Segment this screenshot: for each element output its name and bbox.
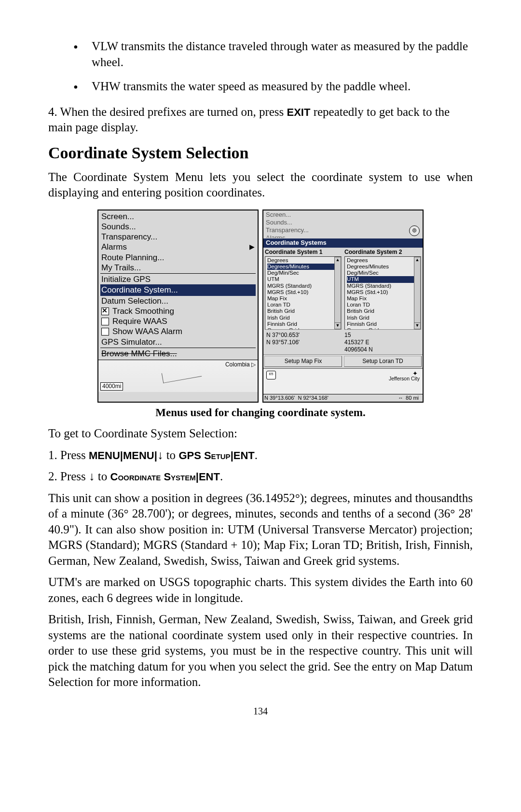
menu-item-screen[interactable]: Screen... — [100, 211, 256, 222]
menu-item-route-planning[interactable]: Route Planning... — [100, 252, 256, 263]
status-bar: N 39°13.606' N 92°34.168' ↔ 80 mi — [263, 394, 423, 402]
section-heading: Coordinate System Selection — [48, 142, 473, 164]
list-item[interactable]: MGRS (Std.+10) — [267, 289, 334, 295]
coordinate-system-1-list[interactable]: ▲ ▼ Degrees Degrees/Minutes Deg/Min/Sec … — [265, 256, 342, 330]
list-item[interactable]: Finnish Grid — [267, 321, 334, 327]
to-get-text: To get to Coordinate System Selection: — [48, 426, 473, 442]
scroll-down-icon[interactable]: ▼ — [414, 322, 421, 329]
map-scale: 4000mi — [100, 382, 123, 391]
menu-item-initialize-gps[interactable]: Initialize GPS — [100, 274, 256, 284]
menu-item-sounds[interactable]: Sounds... — [100, 222, 256, 232]
checkbox-icon[interactable] — [101, 328, 109, 336]
list-item[interactable]: British Grid — [347, 308, 414, 314]
menu-item-track-smoothing[interactable]: Track Smoothing — [100, 306, 256, 316]
key-menu: MENU — [89, 449, 120, 462]
scroll-up-icon[interactable]: ▲ — [334, 257, 341, 264]
figure-caption: Menus used for changing coordinate syste… — [48, 406, 473, 420]
list-item[interactable]: UTM — [267, 276, 334, 282]
scroll-down-icon[interactable]: ▼ — [334, 322, 341, 329]
list-item[interactable]: British Grid — [267, 308, 334, 314]
figure-row: Screen... Sounds... Transparency... Alar… — [48, 210, 473, 403]
list-item[interactable]: Degrees/Minutes — [347, 264, 414, 270]
menu-item-coordinate-system[interactable]: Coordinate System... — [100, 284, 256, 295]
body-paragraph: UTM's are marked on USGS topographic cha… — [48, 574, 473, 606]
highway-shield-icon: 65 — [266, 371, 276, 379]
bullet-list: VLW transmits the distance traveled thro… — [48, 39, 473, 95]
key-ent: ENT — [199, 471, 220, 483]
faded-menu: Screen... Sounds... Transparency... Alar… — [263, 210, 423, 239]
list-item[interactable]: Irish Grid — [267, 315, 334, 321]
list-item[interactable]: MGRS (Std.+10) — [347, 289, 414, 295]
map-label-colombia: Colombia ▷ — [225, 361, 256, 368]
key-exit: EXIT — [287, 106, 311, 118]
coordinate-systems-header: Coordinate Systems — [263, 238, 423, 247]
col2-title: Coordinate System 2 — [344, 249, 421, 256]
satellite-icon: ⊚ — [409, 225, 420, 236]
key-gps-setup: GPS Setup — [178, 449, 230, 462]
scroll-up-icon[interactable]: ▲ — [414, 257, 421, 264]
list-item[interactable]: Degrees — [347, 257, 414, 264]
submenu-arrow-icon: ▶ — [249, 243, 255, 252]
bullet-item: VLW transmits the distance traveled thro… — [48, 39, 473, 70]
list-item[interactable]: Degrees — [267, 257, 334, 264]
list-item[interactable]: UTM — [347, 276, 414, 282]
intro-paragraph: The Coordinate System Menu lets you sele… — [48, 169, 473, 201]
checkbox-icon[interactable] — [101, 308, 109, 315]
body-paragraph: British, Irish, Finnish, German, New Zea… — [48, 612, 473, 690]
map-preview: 65 ✦ Jefferson City — [263, 368, 423, 394]
menu-item-alarms[interactable]: Alarms▶ — [100, 242, 256, 252]
page-number: 134 — [48, 705, 473, 717]
list-item[interactable]: MGRS (Standard) — [347, 283, 414, 289]
device-screenshot-right: Screen... Sounds... Transparency... Alar… — [262, 210, 424, 403]
menu-item-require-waas[interactable]: Require WAAS — [100, 316, 256, 326]
text: 4. When the desired prefixes are turned … — [48, 105, 287, 118]
list-item[interactable]: Degrees/Minutes — [267, 264, 334, 270]
setup-loran-td-button[interactable]: Setup Loran TD — [344, 356, 422, 367]
menu-item-transparency[interactable]: Transparency... — [100, 232, 256, 242]
menu-item-browse-mmc[interactable]: Browse MMC Files... — [100, 349, 256, 359]
bullet-item: VHW transmits the water speed as measure… — [48, 79, 473, 95]
body-paragraph: This unit can show a position in degrees… — [48, 490, 473, 569]
menu-item-datum-selection[interactable]: Datum Selection... — [100, 296, 256, 306]
menu-item-my-trails[interactable]: My Trails... — [100, 263, 256, 273]
step-2: 2. Press ↓ to Coordinate System|ENT. — [48, 469, 473, 485]
menu-item-gps-simulator[interactable]: GPS Simulator... — [100, 337, 256, 347]
setup-map-fix-button[interactable]: Setup Map Fix — [264, 356, 342, 367]
step-1: 1. Press MENU|MENU|↓ to GPS Setup|ENT. — [48, 448, 473, 463]
list-item[interactable]: Map Fix — [347, 295, 414, 302]
menu-item-show-waas-alarm[interactable]: Show WAAS Alarm — [100, 326, 256, 336]
list-item[interactable]: Map Fix — [267, 295, 334, 302]
list-item[interactable]: Irish Grid — [347, 315, 414, 321]
key-coordinate-system: Coordinate System — [110, 471, 196, 483]
coordinate-system-2-list[interactable]: ▲ ▼ Degrees Degrees/Minutes Deg/Min/Sec … — [344, 256, 421, 330]
list-item[interactable]: Finnish Grid — [347, 321, 414, 327]
list-item[interactable]: German Grid — [347, 327, 414, 330]
list-item[interactable]: Deg/Min/Sec — [267, 270, 334, 276]
city-label: Jefferson City — [389, 376, 420, 382]
step-4-text: 4. When the desired prefixes are turned … — [48, 104, 473, 136]
device-screenshot-left: Screen... Sounds... Transparency... Alar… — [97, 210, 259, 403]
col1-title: Coordinate System 1 — [265, 249, 342, 256]
list-item[interactable]: Deg/Min/Sec — [347, 270, 414, 276]
map-preview: Colombia ▷ 4000mi — [98, 360, 258, 392]
pan-icon: ↔ — [398, 395, 403, 402]
checkbox-icon[interactable] — [101, 318, 109, 325]
key-ent: ENT — [233, 449, 255, 462]
list-item[interactable]: Loran TD — [267, 302, 334, 308]
key-menu: MENU — [123, 449, 154, 462]
coordinate-readout: N 37°00.653' 15 N 93°57.106' 415327 E 40… — [263, 331, 423, 354]
list-item[interactable]: MGRS (Standard) — [267, 283, 334, 289]
list-item[interactable]: German Grid — [267, 327, 334, 330]
list-item[interactable]: Loran TD — [347, 302, 414, 308]
